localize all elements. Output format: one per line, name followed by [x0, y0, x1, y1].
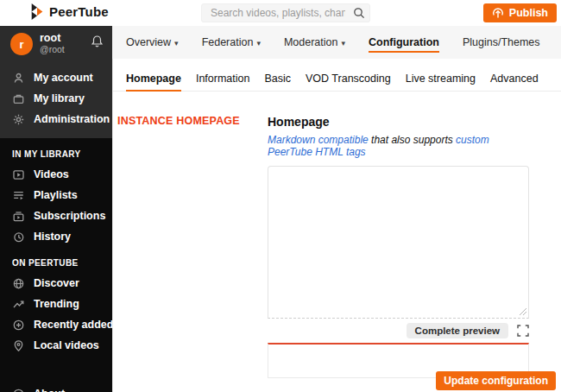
top-header: PeerTube Publish	[0, 0, 561, 26]
sidebar-item-label: Local videos	[34, 339, 99, 351]
main-content: Homepage Information Basic VOD Transcodi…	[112, 59, 561, 392]
sidebar-item-trending[interactable]: Trending	[0, 294, 112, 314]
nav-item-label: Plugins/Themes	[463, 36, 540, 48]
sidebar-section-in-my-library: IN MY LIBRARY	[0, 138, 112, 164]
sidebar-item-label: Videos	[34, 168, 69, 180]
sidebar-item-label: About	[34, 388, 65, 392]
complete-preview-button[interactable]: Complete preview	[407, 323, 508, 338]
search-bar	[201, 3, 370, 22]
peertube-logo-icon	[30, 3, 44, 20]
sidebar-item-administration[interactable]: Administration	[0, 109, 112, 130]
nav-item-label: Configuration	[369, 36, 439, 48]
tab-live-streaming[interactable]: Live streaming	[406, 73, 476, 91]
sidebar: r root @root My account	[0, 26, 112, 392]
markdown-hint: Markdown compatible that also supports c…	[268, 134, 529, 158]
chevron-down-icon	[174, 36, 179, 48]
sidebar-item-label: Trending	[34, 298, 79, 310]
user-handle: @root	[40, 44, 65, 54]
sidebar-item-my-library[interactable]: My library	[0, 88, 112, 109]
sidebar-item-label: My account	[34, 72, 93, 84]
sidebar-item-label: Administration	[34, 113, 110, 125]
user-icon	[12, 72, 25, 85]
user-name: root	[40, 32, 65, 44]
hint-middle-text: that also supports	[369, 134, 456, 146]
sidebar-section-on-peertube: ON PEERTUBE	[0, 247, 112, 273]
sidebar-item-my-account[interactable]: My account	[0, 67, 112, 88]
sidebar-item-label: My library	[34, 92, 85, 104]
nav-item-plugins-themes[interactable]: Plugins/Themes	[463, 36, 540, 48]
tab-vod-transcoding[interactable]: VOD Transcoding	[306, 73, 391, 91]
chevron-down-icon	[341, 36, 345, 48]
tab-advanced[interactable]: Advanced	[490, 73, 539, 91]
trending-icon	[12, 298, 25, 311]
sidebar-item-videos[interactable]: Videos	[0, 164, 112, 185]
nav-item-overview[interactable]: Overview	[126, 36, 179, 48]
nav-item-label: Overview	[126, 36, 171, 48]
location-pin-icon	[12, 339, 25, 352]
plus-circle-icon	[12, 319, 25, 332]
nav-item-label: Moderation	[284, 36, 338, 48]
sidebar-item-label: History	[34, 231, 71, 243]
brand-title: PeerTube	[49, 4, 109, 19]
search-icon	[353, 9, 365, 22]
config-tabs: Homepage Information Basic VOD Transcodi…	[113, 73, 561, 92]
sidebar-item-about[interactable]: ? About	[0, 383, 112, 392]
sidebar-item-playlists[interactable]: Playlists	[0, 185, 112, 205]
playlist-icon	[12, 189, 25, 202]
gear-icon	[12, 113, 25, 126]
history-icon	[12, 231, 25, 243]
chevron-down-icon	[256, 36, 261, 48]
sidebar-item-label: Recently added	[34, 319, 112, 331]
avatar[interactable]: r	[10, 33, 33, 55]
search-input[interactable]	[201, 3, 370, 22]
sidebar-user-block: r root @root	[0, 26, 112, 60]
preview-controls: Complete preview	[268, 323, 529, 338]
video-icon	[12, 168, 25, 181]
resize-handle[interactable]	[519, 307, 527, 316]
globe-icon	[12, 277, 25, 290]
subscriptions-icon	[12, 210, 25, 223]
sidebar-item-history[interactable]: History	[0, 226, 112, 247]
publish-button[interactable]: Publish	[483, 3, 557, 22]
markdown-compatible-link[interactable]: Markdown compatible	[268, 134, 369, 146]
sidebar-item-subscriptions[interactable]: Subscriptions	[0, 205, 112, 226]
sidebar-account-menu: My account My library Administration	[0, 60, 112, 138]
sidebar-item-label: Playlists	[34, 189, 78, 201]
nav-item-moderation[interactable]: Moderation	[284, 36, 345, 48]
nav-item-configuration[interactable]: Configuration	[369, 36, 439, 53]
sidebar-item-discover[interactable]: Discover	[0, 273, 112, 294]
homepage-markdown-textarea[interactable]	[268, 166, 529, 319]
library-icon	[12, 92, 25, 105]
bell-icon	[91, 38, 104, 51]
question-circle-icon: ?	[12, 388, 25, 392]
expand-icon	[517, 326, 529, 339]
sidebar-item-recently-added[interactable]: Recently added	[0, 314, 112, 335]
admin-nav: Overview Federation Moderation Configura…	[112, 26, 561, 59]
update-configuration-button[interactable]: Update configuration	[436, 371, 556, 390]
menu-toggle-button[interactable]	[7, 6, 22, 20]
homepage-form-row: INSTANCE HOMEPAGE Homepage Markdown comp…	[113, 115, 561, 378]
tab-basic[interactable]: Basic	[264, 73, 291, 91]
sidebar-item-label: Discover	[34, 277, 79, 289]
sidebar-item-local-videos[interactable]: Local videos	[0, 335, 112, 356]
sidebar-item-label: Subscriptions	[34, 210, 105, 222]
form-heading-homepage: Homepage	[268, 115, 529, 129]
fullscreen-toggle-button[interactable]	[517, 325, 529, 337]
search-button[interactable]	[353, 7, 365, 22]
upload-icon	[492, 7, 504, 19]
nav-item-federation[interactable]: Federation	[202, 36, 261, 48]
peertube-home-link[interactable]: PeerTube	[30, 3, 109, 20]
section-title-instance-homepage: INSTANCE HOMEPAGE	[117, 115, 268, 127]
publish-label: Publish	[509, 7, 548, 19]
nav-item-label: Federation	[202, 36, 254, 48]
notifications-button[interactable]	[91, 35, 104, 51]
tab-homepage[interactable]: Homepage	[126, 73, 181, 92]
tab-information[interactable]: Information	[196, 73, 250, 91]
